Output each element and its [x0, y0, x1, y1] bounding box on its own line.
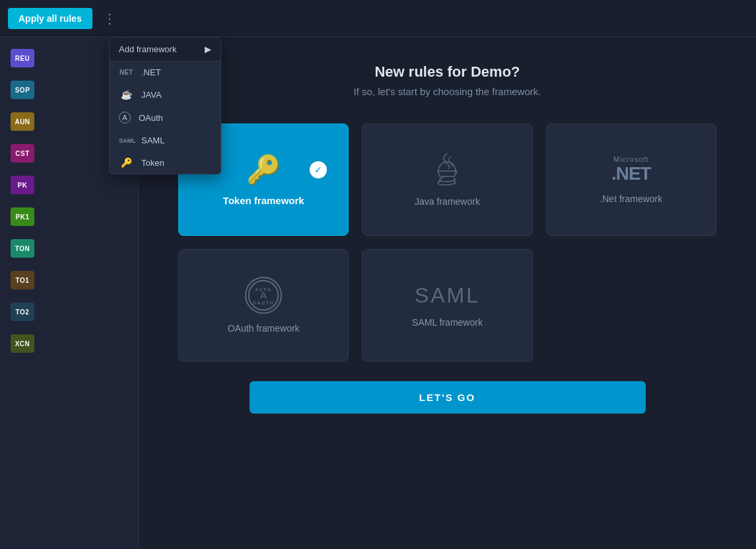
sidebar-badge-sop: SOP — [11, 81, 34, 99]
sidebar-badge-cst: CST — [11, 144, 34, 163]
card-oauth-inner: AUTH A OAUTH OAuth framework — [192, 277, 335, 334]
dropdown-item-oauth-label: OAuth — [139, 113, 163, 123]
top-bar: Apply all rules ⋮ — [0, 0, 756, 37]
sidebar-item-ton[interactable]: TON — [0, 233, 138, 264]
sidebar-item-to1[interactable]: TO1 — [0, 264, 138, 296]
more-options-button[interactable]: ⋮ — [98, 9, 121, 28]
card-dotnet[interactable]: Microsoft .NET .Net framework — [546, 124, 716, 236]
dropdown-item-dotnet-label: .NET — [141, 67, 161, 77]
dropdown-item-saml[interactable]: SAML SAML — [110, 129, 221, 151]
sidebar-badge-pk1: PK1 — [11, 207, 34, 226]
svg-text:OAUTH: OAUTH — [253, 301, 274, 305]
apply-all-button[interactable]: Apply all rules — [8, 8, 92, 29]
java-icon: ☕ — [119, 89, 133, 100]
frameworks-grid-top: ✓ 🔑 Token framework — [178, 124, 716, 236]
card-oauth-label: OAuth framework — [228, 323, 300, 334]
sidebar-item-to2[interactable]: TO2 — [0, 296, 138, 328]
dropdown-item-java-label: JAVA — [141, 90, 162, 100]
dropdown-header-label: Add framework — [119, 44, 176, 54]
dropdown-item-oauth[interactable]: A OAuth — [110, 106, 221, 129]
sidebar-badge-to2: TO2 — [11, 303, 34, 321]
dropdown-header[interactable]: Add framework ▶ — [110, 38, 221, 61]
card-saml-label: SAML framework — [412, 317, 483, 328]
card-java-inner: Java framework — [376, 153, 518, 207]
dotnet-text: .NET — [611, 163, 651, 184]
card-saml-inner: SAML SAML framework — [376, 283, 518, 328]
card-token-label: Token framework — [223, 195, 304, 206]
dropdown-item-java[interactable]: ☕ JAVA — [110, 83, 221, 106]
dropdown-menu: Add framework ▶ NET .NET ☕ JAVA A OAuth … — [109, 37, 221, 174]
page-subtitle: If so, let's start by choosing the frame… — [354, 86, 541, 97]
svg-text:A: A — [260, 290, 267, 301]
add-framework-dropdown: Add framework ▶ NET .NET ☕ JAVA A OAuth … — [109, 37, 221, 174]
lets-go-button[interactable]: LET'S GO — [250, 381, 646, 414]
saml-text-icon: SAML — [415, 283, 480, 308]
oauth-icon: A — [119, 112, 131, 124]
oauth-circle-icon: AUTH A OAUTH — [245, 277, 282, 314]
key-icon: 🔑 — [119, 157, 133, 168]
sidebar-badge-xcn: XCN — [11, 334, 34, 353]
sidebar-badge-ton: TON — [11, 239, 34, 258]
card-saml[interactable]: SAML SAML framework — [362, 249, 532, 361]
dropdown-item-dotnet[interactable]: NET .NET — [110, 61, 221, 83]
token-key-icon: 🔑 — [246, 153, 281, 186]
content-area: New rules for Demo? If so, let's start b… — [139, 37, 756, 549]
chevron-right-icon: ▶ — [205, 44, 211, 54]
sidebar-badge-pk: PK — [11, 176, 34, 194]
saml-icon: SAML — [119, 137, 133, 144]
sidebar-item-pk1[interactable]: PK1 — [0, 201, 138, 233]
card-dotnet-inner: Microsoft .NET .Net framework — [560, 155, 703, 204]
sidebar-badge-reu: REU — [11, 49, 34, 67]
dotnet-logo: Microsoft .NET — [611, 155, 651, 184]
card-oauth[interactable]: AUTH A OAUTH OAuth framework — [178, 249, 349, 361]
sidebar-item-xcn[interactable]: XCN — [0, 328, 138, 359]
sidebar-badge-to1: TO1 — [11, 271, 34, 289]
dotnet-icon: NET — [119, 69, 133, 76]
card-dotnet-label: .Net framework — [600, 194, 662, 204]
sidebar-badge-aun: AUN — [11, 112, 34, 131]
dropdown-item-token-label: Token — [141, 158, 164, 168]
dropdown-item-saml-label: SAML — [141, 135, 164, 145]
oauth-ring-icon: AUTH A OAUTH — [246, 277, 281, 314]
page-title: New rules for Demo? — [374, 63, 520, 81]
dropdown-item-token[interactable]: 🔑 Token — [110, 151, 221, 174]
java-cup-icon — [432, 153, 462, 187]
card-java-label: Java framework — [415, 196, 480, 207]
frameworks-grid-bottom: AUTH A OAUTH OAuth framework SAML SAML f… — [178, 249, 716, 361]
microsoft-text: Microsoft — [613, 155, 649, 163]
card-java[interactable]: Java framework — [362, 124, 532, 236]
selected-check-icon: ✓ — [310, 161, 327, 178]
